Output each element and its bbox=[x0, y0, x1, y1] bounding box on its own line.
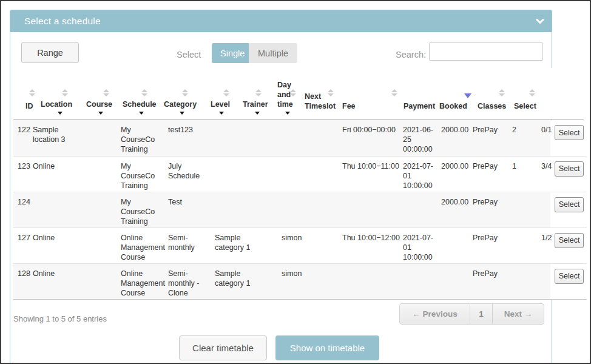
cell-classes bbox=[537, 263, 550, 299]
cell-level bbox=[256, 120, 277, 156]
cell-location bbox=[29, 192, 117, 228]
show-on-timetable-button[interactable]: Show on timetable bbox=[275, 335, 379, 360]
cell-schedule: Semi-monthly bbox=[164, 228, 211, 263]
column-header-payment[interactable]: Payment bbox=[404, 101, 440, 111]
cell-booked: 1 bbox=[508, 156, 537, 192]
clear-timetable-button[interactable]: Clear timetable bbox=[179, 335, 267, 360]
select-row-button[interactable]: Select bbox=[555, 197, 584, 212]
cell-trainer bbox=[277, 120, 338, 156]
sort-icon[interactable] bbox=[223, 89, 229, 96]
cell-select: Select bbox=[550, 228, 587, 263]
sort-icon[interactable] bbox=[141, 89, 147, 96]
page-number-button[interactable]: 1 bbox=[470, 303, 493, 325]
cell-select: Select bbox=[550, 192, 587, 228]
select-mode-toggle: Single Multiple bbox=[212, 43, 297, 63]
filter-arrow-icon[interactable] bbox=[58, 112, 62, 115]
cell-fee: 2000.00 bbox=[437, 120, 468, 156]
range-button[interactable]: Range bbox=[21, 42, 79, 63]
cell-trainer bbox=[277, 156, 338, 192]
chevron-down-icon[interactable] bbox=[536, 19, 544, 24]
cell-payment: PrePay bbox=[468, 156, 508, 192]
select-row-button[interactable]: Select bbox=[555, 269, 584, 284]
filter-arrow-icon[interactable] bbox=[255, 112, 260, 115]
cell-next-timeslot: 2021-07-01 10:00:00 bbox=[399, 156, 437, 192]
cell-payment: PrePay bbox=[468, 120, 508, 156]
cell-category bbox=[211, 120, 256, 156]
cell-schedule: Test bbox=[164, 192, 211, 228]
cell-id: 122 bbox=[13, 120, 29, 156]
select-row-button[interactable]: Select bbox=[555, 125, 584, 140]
cell-classes: 0/1 bbox=[537, 120, 550, 156]
multiple-mode-button[interactable]: Multiple bbox=[249, 43, 297, 63]
column-header-course[interactable]: Course bbox=[86, 99, 115, 115]
cell-classes: 1/2 bbox=[537, 228, 550, 263]
cell-next-timeslot: 2021-06-25 00:00:00 bbox=[399, 120, 437, 156]
cell-booked: 2 bbox=[508, 120, 537, 156]
column-header-select[interactable]: Select bbox=[514, 101, 538, 111]
cell-booked bbox=[508, 228, 537, 263]
cell-location: Online bbox=[29, 263, 117, 299]
next-page-button[interactable]: Next → bbox=[493, 303, 544, 325]
filter-arrow-icon[interactable] bbox=[219, 112, 224, 115]
sort-icon[interactable] bbox=[29, 89, 35, 96]
cell-level bbox=[256, 228, 277, 263]
panel-header[interactable]: Select a schedule bbox=[10, 10, 552, 32]
app-window: Select a schedule Range Select Single Mu… bbox=[0, 0, 591, 364]
column-header-category[interactable]: Category bbox=[164, 99, 200, 115]
cell-category bbox=[211, 156, 256, 192]
cell-category bbox=[211, 192, 256, 228]
select-row-button[interactable]: Select bbox=[555, 161, 584, 177]
cell-select: Select bbox=[550, 120, 587, 156]
column-header-day-and-time[interactable]: Day and time bbox=[277, 80, 298, 115]
cell-day-time: Fri 00:00−00:00 bbox=[338, 120, 399, 156]
sort-icon[interactable] bbox=[62, 89, 68, 96]
table-row: 128 Online Online Management Course Semi… bbox=[13, 263, 587, 299]
cell-location: Online bbox=[29, 228, 117, 263]
column-header-booked[interactable]: Booked bbox=[439, 101, 468, 111]
filter-arrow-icon[interactable] bbox=[180, 112, 184, 115]
table-row: 123 Online My CourseCo Training July Sch… bbox=[13, 156, 587, 192]
cell-schedule: Semi-monthly - Clone bbox=[164, 263, 211, 299]
column-header-schedule[interactable]: Schedule bbox=[123, 99, 160, 115]
select-row-button[interactable]: Select bbox=[555, 233, 584, 248]
sort-icon[interactable] bbox=[391, 89, 397, 96]
cell-id: 123 bbox=[13, 156, 29, 192]
table-row: 127 Online Online Management Course Semi… bbox=[13, 228, 587, 263]
column-header-fee[interactable]: Fee bbox=[342, 101, 360, 111]
single-mode-button[interactable]: Single bbox=[212, 43, 249, 63]
cell-payment: PrePay bbox=[468, 228, 508, 263]
cell-level bbox=[256, 263, 277, 299]
column-header-next-timeslot[interactable]: Next Timeslot bbox=[305, 92, 340, 111]
sort-icon[interactable] bbox=[328, 89, 334, 96]
column-header-id[interactable]: ID bbox=[25, 101, 40, 111]
sort-icon[interactable] bbox=[290, 89, 296, 96]
cell-classes bbox=[537, 192, 550, 228]
cell-fee bbox=[437, 228, 468, 263]
previous-page-button[interactable]: ← Previous bbox=[399, 303, 470, 325]
column-header-level[interactable]: Level bbox=[211, 99, 232, 115]
cell-day-time bbox=[338, 192, 399, 228]
table-header: ID Location Course Schedule Category Lev… bbox=[13, 68, 584, 120]
search-input[interactable] bbox=[429, 42, 543, 61]
cell-select: Select bbox=[550, 263, 587, 299]
filter-arrow-icon[interactable] bbox=[139, 112, 144, 115]
column-header-trainer[interactable]: Trainer bbox=[243, 99, 272, 115]
sort-icon[interactable] bbox=[255, 89, 262, 96]
sort-desc-icon[interactable] bbox=[464, 93, 471, 98]
pagination: ← Previous 1 Next → bbox=[399, 303, 544, 325]
column-header-location[interactable]: Location bbox=[41, 99, 79, 115]
entries-info: Showing 1 to 5 of 5 entries bbox=[13, 314, 107, 323]
filter-arrow-icon[interactable] bbox=[285, 112, 290, 115]
cell-schedule: test123 bbox=[164, 120, 211, 156]
column-header-classes[interactable]: Classes bbox=[478, 101, 508, 111]
filter-arrow-icon[interactable] bbox=[98, 112, 103, 115]
cell-trainer: simon bbox=[277, 263, 338, 299]
cell-schedule: July Schedule bbox=[164, 156, 211, 192]
sort-icon[interactable] bbox=[103, 89, 109, 96]
sort-icon[interactable] bbox=[499, 89, 505, 96]
cell-select: Select bbox=[550, 156, 587, 192]
cell-next-timeslot bbox=[399, 263, 437, 299]
sort-icon[interactable] bbox=[529, 89, 535, 96]
cell-course: My CourseCo Training bbox=[117, 192, 164, 228]
sort-icon[interactable] bbox=[182, 89, 188, 96]
